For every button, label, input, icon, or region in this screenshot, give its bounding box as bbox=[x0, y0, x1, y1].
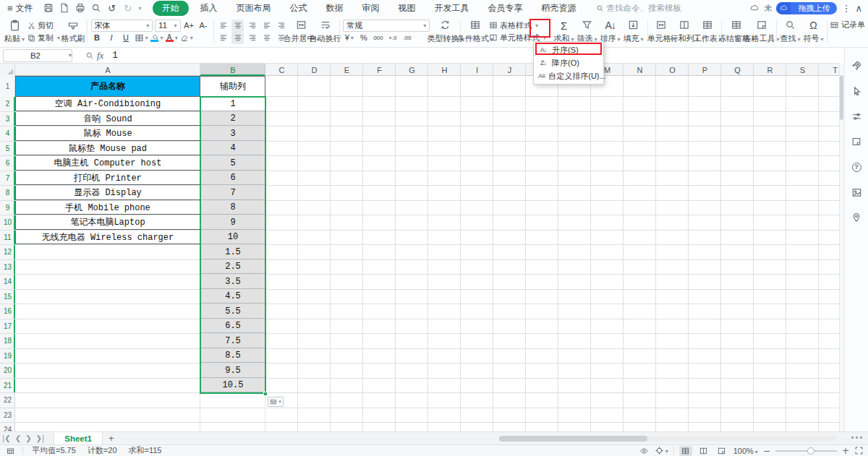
properties-sliders-icon[interactable] bbox=[850, 110, 863, 123]
menu-item-sort-ascending[interactable]: A↓ 升序(S) bbox=[534, 43, 603, 56]
cell-B6[interactable]: 5 bbox=[200, 156, 265, 171]
cell-B24[interactable] bbox=[200, 423, 265, 431]
empty-cells[interactable] bbox=[265, 423, 839, 431]
table-tools-button[interactable]: 表格工具 bbox=[749, 17, 774, 46]
row-header-2[interactable]: 2 bbox=[0, 97, 15, 111]
first-sheet-icon[interactable]: |❮ bbox=[2, 434, 11, 442]
cell-A19[interactable] bbox=[15, 349, 200, 363]
menu-tab-7[interactable]: 开发工具 bbox=[427, 1, 477, 16]
justify-button[interactable] bbox=[260, 32, 273, 44]
scrollbar-more-icon[interactable] bbox=[851, 436, 862, 439]
undo-icon[interactable]: ↺ bbox=[104, 2, 120, 14]
currency-format-button[interactable]: ¥ bbox=[343, 32, 355, 44]
column-header-A[interactable]: A bbox=[15, 64, 200, 76]
next-sheet-icon[interactable]: ❯ bbox=[25, 434, 31, 442]
cell-A22[interactable] bbox=[15, 393, 200, 408]
row-header-12[interactable]: 12 bbox=[0, 245, 15, 259]
print-preview-icon[interactable] bbox=[88, 2, 104, 14]
fill-button[interactable]: 填充 bbox=[622, 17, 645, 46]
column-header-C[interactable]: C bbox=[265, 64, 298, 76]
zoom-slider[interactable] bbox=[775, 450, 837, 452]
decrease-font-button[interactable]: A- bbox=[197, 20, 210, 32]
cell-B15[interactable]: 4.5 bbox=[200, 290, 265, 304]
cell-A24[interactable] bbox=[15, 423, 200, 431]
cut-button[interactable]: 剪切 bbox=[27, 20, 60, 31]
row-header-18[interactable]: 18 bbox=[0, 334, 15, 348]
quick-calc-icon[interactable] bbox=[6, 446, 15, 455]
empty-cells[interactable] bbox=[265, 171, 839, 186]
empty-cells[interactable] bbox=[265, 319, 839, 334]
row-header-5[interactable]: 5 bbox=[0, 142, 15, 156]
table-style-button[interactable]: 表格样式 bbox=[489, 20, 546, 31]
menu-tab-2[interactable]: 页面布局 bbox=[229, 1, 278, 16]
quick-tools-rocket-icon[interactable] bbox=[850, 59, 863, 72]
underline-button[interactable]: U bbox=[120, 32, 132, 44]
menu-tab-9[interactable]: 稻壳资源 bbox=[535, 1, 584, 16]
cell-B19[interactable]: 8.5 bbox=[200, 349, 265, 363]
empty-cells[interactable] bbox=[265, 201, 839, 215]
cloud-sync-icon[interactable] bbox=[749, 4, 760, 12]
more-options-icon[interactable]: ⋮ bbox=[841, 3, 851, 14]
cell-B21[interactable]: 10.5 bbox=[200, 379, 265, 393]
cell-A11[interactable]: 无线充电器 Wireless charger bbox=[15, 231, 200, 245]
column-header-S[interactable]: S bbox=[786, 64, 819, 76]
empty-cells[interactable] bbox=[265, 126, 839, 141]
copy-button[interactable]: 复制 bbox=[27, 32, 60, 43]
font-size-select[interactable]: 11 bbox=[155, 20, 180, 32]
empty-cells[interactable] bbox=[265, 215, 839, 230]
align-bottom-button[interactable] bbox=[246, 20, 258, 32]
menu-tab-0[interactable]: 开始 bbox=[153, 1, 189, 16]
cell-B16[interactable]: 5.5 bbox=[200, 304, 265, 319]
empty-cells[interactable] bbox=[265, 112, 839, 126]
add-sheet-button[interactable]: + bbox=[109, 433, 114, 444]
empty-cells[interactable] bbox=[265, 142, 839, 156]
increase-decimal-button[interactable]: +.0 bbox=[386, 32, 399, 44]
image-panel-icon[interactable] bbox=[850, 186, 863, 199]
cell-B13[interactable]: 2.5 bbox=[200, 260, 265, 275]
row-header-3[interactable]: 3 bbox=[0, 112, 15, 126]
collapse-ribbon-icon[interactable]: ∧ bbox=[855, 3, 862, 14]
cell-B8[interactable]: 7 bbox=[200, 186, 265, 200]
cell-B18[interactable]: 7.5 bbox=[200, 334, 265, 348]
menu-item-sort-descending[interactable]: Z↓ 降序(O) bbox=[534, 56, 603, 69]
column-header-E[interactable]: E bbox=[331, 64, 363, 76]
row-header-22[interactable]: 22 bbox=[0, 393, 15, 408]
cell-A3[interactable]: 音响 Sound bbox=[15, 112, 200, 126]
cell-A14[interactable] bbox=[15, 275, 200, 289]
decrease-decimal-button[interactable]: .00 bbox=[401, 32, 413, 44]
symbol-button[interactable]: Ω 符号 bbox=[801, 17, 825, 46]
pan-mode-icon[interactable] bbox=[655, 446, 668, 456]
fill-color-button[interactable] bbox=[150, 32, 163, 44]
column-header-N[interactable]: N bbox=[624, 64, 656, 76]
empty-cells[interactable] bbox=[265, 275, 839, 289]
empty-cells[interactable] bbox=[265, 349, 839, 363]
row-header-4[interactable]: 4 bbox=[0, 126, 15, 141]
cell-A10[interactable]: 笔记本电脑Laptop bbox=[15, 215, 200, 230]
menu-tab-4[interactable]: 数据 bbox=[319, 1, 351, 16]
quickbar-more-icon[interactable]: ▾ bbox=[139, 5, 142, 12]
zoom-formula-icon[interactable] bbox=[85, 51, 94, 60]
paste-options-button[interactable] bbox=[268, 397, 284, 407]
font-name-select[interactable]: 宋体 bbox=[91, 20, 153, 32]
row-header-23[interactable]: 23 bbox=[0, 408, 15, 423]
layout-frame-icon[interactable] bbox=[850, 135, 863, 148]
borders-button[interactable] bbox=[135, 32, 148, 44]
cell-A1[interactable]: 产品名称 bbox=[15, 76, 200, 97]
column-header-Q[interactable]: Q bbox=[721, 64, 754, 76]
redo-icon[interactable]: ↻ bbox=[120, 2, 136, 14]
sheet-tab-sheet1[interactable]: Sheet1 bbox=[54, 432, 103, 445]
column-header-D[interactable]: D bbox=[298, 64, 331, 76]
clear-format-button[interactable] bbox=[180, 32, 193, 44]
cell-B17[interactable]: 6.5 bbox=[200, 319, 265, 334]
cell-B9[interactable]: 8 bbox=[200, 201, 265, 215]
paste-button[interactable]: 粘贴 bbox=[3, 17, 26, 46]
align-right-button[interactable] bbox=[246, 32, 258, 44]
column-header-I[interactable]: I bbox=[461, 64, 493, 76]
empty-cells[interactable] bbox=[265, 290, 839, 304]
page-break-view-button[interactable] bbox=[715, 446, 728, 456]
row-header-14[interactable]: 14 bbox=[0, 275, 15, 289]
decrease-indent-button[interactable] bbox=[260, 20, 273, 32]
formula-input[interactable]: 1 bbox=[112, 51, 117, 61]
row-header-9[interactable]: 9 bbox=[0, 201, 15, 215]
empty-cells[interactable] bbox=[265, 334, 839, 348]
